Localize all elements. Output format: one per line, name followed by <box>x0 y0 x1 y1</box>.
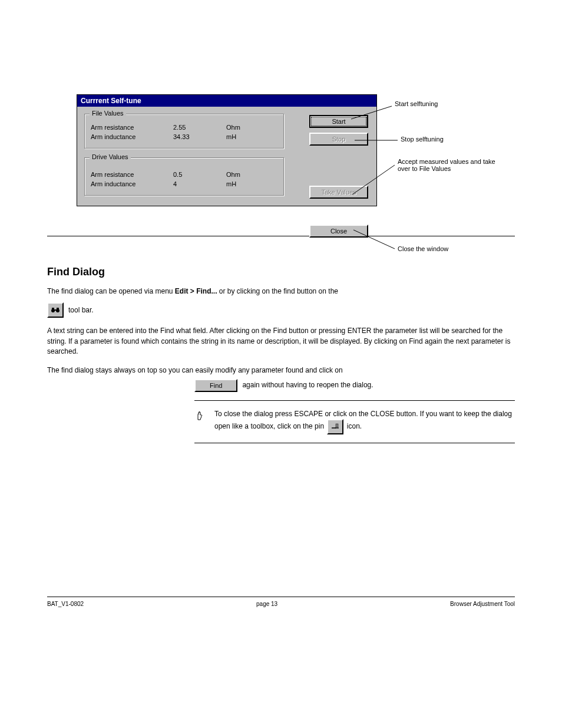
footer-left: BAT_V1-0802 <box>47 601 84 607</box>
pin-icon[interactable] <box>327 419 343 434</box>
close-button[interactable]: Close <box>309 225 368 238</box>
svg-rect-8 <box>57 308 59 309</box>
section-heading: Find Dialog <box>47 266 515 278</box>
svg-rect-9 <box>336 424 338 427</box>
param-value: 4 <box>173 180 226 187</box>
table-row: Arm inductance 34.33 mH <box>91 133 278 140</box>
selftune-dialog: Currrent Self-tune Start Stop Take Value… <box>77 94 377 206</box>
hand-icon <box>194 409 209 434</box>
stop-button[interactable]: Stop <box>309 133 368 146</box>
start-button[interactable]: Start <box>309 115 368 128</box>
svg-rect-7 <box>52 308 54 309</box>
callout-take: Accept measured values and take over to … <box>398 158 504 172</box>
para-text: again without having to reopen the dialo… <box>242 380 373 390</box>
para-text: tool bar. <box>68 305 94 315</box>
callout-close: Close the window <box>398 245 448 252</box>
callout-start: Start selftuning <box>395 100 438 107</box>
param-unit: mH <box>226 133 250 140</box>
tip-text: To close the dialog press ESCAPE or clic… <box>214 410 512 431</box>
find-button[interactable]: Find <box>194 379 237 392</box>
param-value: 34.33 <box>173 133 226 140</box>
drive-values-group: Drive Values Arm resistance 0.5 Ohm Arm … <box>84 157 285 196</box>
param-label: Arm inductance <box>91 180 173 187</box>
take-values-button[interactable]: Take Values <box>309 186 368 199</box>
drive-values-legend: Drive Values <box>90 153 131 160</box>
file-values-group: File Values Arm resistance 2.55 Ohm Arm … <box>84 114 285 149</box>
binoculars-icon[interactable] <box>47 302 64 318</box>
para-text: A text string can be entered into the Fi… <box>47 326 515 357</box>
svg-rect-6 <box>54 309 57 311</box>
footer-center: page 13 <box>256 601 277 607</box>
footer-right: Browser Adjustment Tool <box>450 601 515 607</box>
param-label: Arm resistance <box>91 171 173 178</box>
tip-text: icon. <box>347 423 362 431</box>
callout-stop: Stop selftuning <box>401 136 444 143</box>
table-row: Arm resistance 2.55 Ohm <box>91 124 278 131</box>
menu-path: Edit > Find... <box>175 287 217 295</box>
param-unit: Ohm <box>226 171 250 178</box>
param-value: 2.55 <box>173 124 226 131</box>
param-unit: mH <box>226 180 250 187</box>
para-text: The find dialog can be opened via menu <box>47 287 175 295</box>
para-text: or by clicking on the find button on the <box>219 287 338 295</box>
table-row: Arm inductance 4 mH <box>91 180 278 187</box>
para-text: The find dialog stays always on top so y… <box>47 366 343 374</box>
param-label: Arm inductance <box>91 133 173 140</box>
param-unit: Ohm <box>226 124 250 131</box>
file-values-legend: File Values <box>90 110 126 117</box>
dialog-titlebar: Currrent Self-tune <box>77 95 376 107</box>
table-row: Arm resistance 0.5 Ohm <box>91 171 278 178</box>
param-value: 0.5 <box>173 171 226 178</box>
param-label: Arm resistance <box>91 124 173 131</box>
